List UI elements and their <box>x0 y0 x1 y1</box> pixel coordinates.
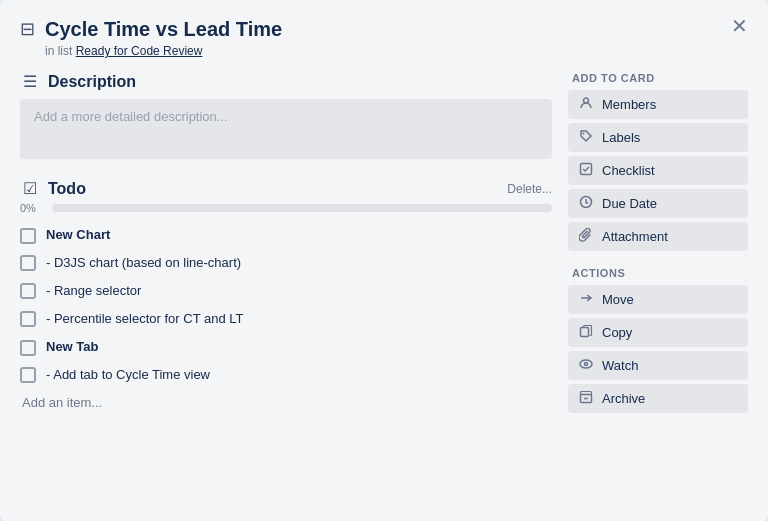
checklist-item-text: - Range selector <box>46 282 141 300</box>
card-title: Cycle Time vs Lead Time <box>45 16 708 42</box>
copy-button[interactable]: Copy <box>568 318 748 347</box>
checklist-checkbox[interactable] <box>20 311 36 327</box>
archive-label: Archive <box>602 391 645 406</box>
checklist-title: Todo <box>48 180 86 198</box>
progress-row: 0% <box>20 202 552 214</box>
checklist-button[interactable]: Checklist <box>568 156 748 185</box>
labels-label: Labels <box>602 130 640 145</box>
due-date-button[interactable]: Due Date <box>568 189 748 218</box>
add-item-button[interactable]: Add an item... <box>20 391 104 414</box>
progress-bar-background <box>52 204 552 212</box>
archive-icon <box>578 390 594 407</box>
close-button[interactable]: ✕ <box>725 12 754 40</box>
checklist-group-label: New Chart <box>46 227 110 242</box>
members-label: Members <box>602 97 656 112</box>
svg-rect-4 <box>581 328 589 337</box>
progress-percent: 0% <box>20 202 44 214</box>
checklist-group-label: New Tab <box>46 339 99 354</box>
copy-label: Copy <box>602 325 632 340</box>
checklist-sidebar-icon <box>578 162 594 179</box>
checklist-checkbox[interactable] <box>20 340 36 356</box>
svg-point-5 <box>580 360 592 368</box>
checklist-section: ☑ Todo Delete... 0% New Chart <box>20 179 552 414</box>
checklist-item: - Percentile selector for CT and LT <box>20 307 552 331</box>
in-list: in list Ready for Code Review <box>45 44 708 58</box>
due-date-icon <box>578 195 594 212</box>
checklist-item-text: - Percentile selector for CT and LT <box>46 310 244 328</box>
checklist-items: New Chart - D3JS chart (based on line-ch… <box>20 224 552 387</box>
in-list-prefix: in list <box>45 44 72 58</box>
move-label: Move <box>602 292 634 307</box>
modal-header: ⊟ Cycle Time vs Lead Time in list Ready … <box>20 16 748 58</box>
watch-icon <box>578 357 594 374</box>
header-text: Cycle Time vs Lead Time in list Ready fo… <box>45 16 708 58</box>
watch-label: Watch <box>602 358 638 373</box>
card-modal: ✕ ⊟ Cycle Time vs Lead Time in list Read… <box>0 0 768 521</box>
sidebar: ADD TO CARD Members Labels <box>568 72 748 505</box>
svg-point-6 <box>585 363 588 366</box>
sidebar-actions: ACTIONS Move <box>568 267 748 413</box>
checklist-item: - Range selector <box>20 279 552 303</box>
checklist-checkbox[interactable] <box>20 228 36 244</box>
card-icon: ⊟ <box>20 18 35 40</box>
description-icon: ☰ <box>20 72 40 91</box>
members-icon <box>578 96 594 113</box>
list-link[interactable]: Ready for Code Review <box>76 44 203 58</box>
description-section: ☰ Description Add a more detailed descri… <box>20 72 552 159</box>
checklist-item: New Tab <box>20 336 552 359</box>
attachment-label: Attachment <box>602 229 668 244</box>
checklist-item: - D3JS chart (based on line-chart) <box>20 251 552 275</box>
move-button[interactable]: Move <box>568 285 748 314</box>
checklist-header-left: ☑ Todo <box>20 179 86 198</box>
checklist-sidebar-label: Checklist <box>602 163 655 178</box>
checklist-item: New Chart <box>20 224 552 247</box>
checklist-item-text: - Add tab to Cycle Time view <box>46 366 210 384</box>
checklist-header-row: ☑ Todo Delete... <box>20 179 552 198</box>
description-input[interactable]: Add a more detailed description... <box>20 99 552 159</box>
modal-body: ☰ Description Add a more detailed descri… <box>20 72 748 505</box>
attachment-button[interactable]: Attachment <box>568 222 748 251</box>
svg-point-1 <box>583 133 585 135</box>
labels-button[interactable]: Labels <box>568 123 748 152</box>
checklist-checkbox[interactable] <box>20 255 36 271</box>
checklist-checkbox[interactable] <box>20 283 36 299</box>
main-content: ☰ Description Add a more detailed descri… <box>20 72 568 505</box>
description-header: ☰ Description <box>20 72 552 91</box>
checklist-item-text: - D3JS chart (based on line-chart) <box>46 254 241 272</box>
due-date-label: Due Date <box>602 196 657 211</box>
members-button[interactable]: Members <box>568 90 748 119</box>
archive-button[interactable]: Archive <box>568 384 748 413</box>
actions-label: ACTIONS <box>568 267 748 279</box>
copy-icon <box>578 324 594 341</box>
labels-icon <box>578 129 594 146</box>
checklist-icon: ☑ <box>20 179 40 198</box>
attachment-icon <box>578 228 594 245</box>
delete-checklist-button[interactable]: Delete... <box>507 182 552 196</box>
move-icon <box>578 291 594 308</box>
description-title: Description <box>48 73 136 91</box>
watch-button[interactable]: Watch <box>568 351 748 380</box>
checklist-checkbox[interactable] <box>20 367 36 383</box>
add-to-card-label: ADD TO CARD <box>568 72 748 84</box>
checklist-item: - Add tab to Cycle Time view <box>20 363 552 387</box>
